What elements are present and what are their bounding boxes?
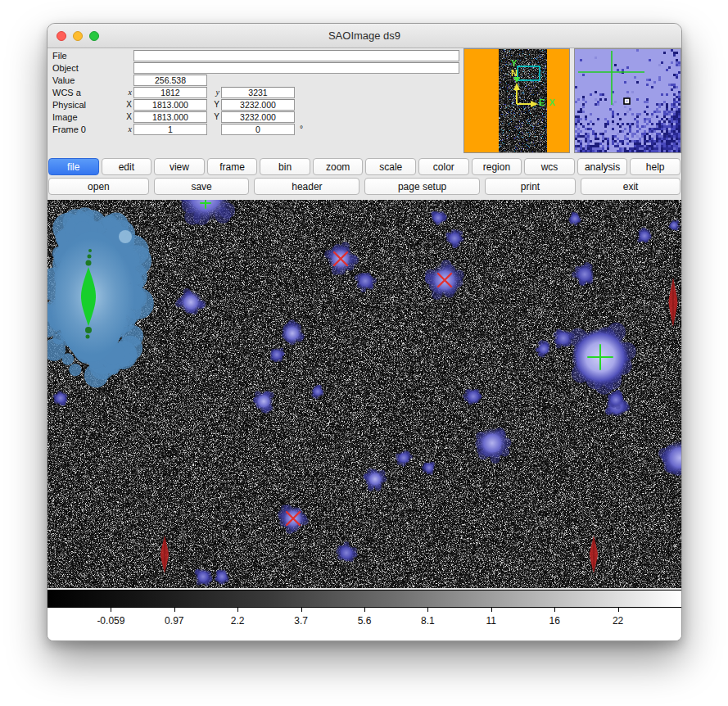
magnifier-canvas[interactable] — [575, 49, 681, 152]
colorbar-tick — [554, 608, 555, 612]
print-button[interactable]: print — [485, 178, 576, 195]
colorbar-tick-label: 2.2 — [231, 615, 245, 627]
info-label-value: Value — [52, 75, 121, 85]
info-label-file: File — [52, 51, 121, 61]
physical-y-label: Y — [207, 100, 219, 109]
value-row: Value — [47, 74, 461, 86]
info-label-object: Object — [52, 63, 121, 73]
colorbar-tick — [364, 608, 365, 612]
colorbar-tick — [111, 608, 111, 612]
menu-help[interactable]: help — [630, 158, 681, 175]
file-field[interactable] — [133, 50, 459, 61]
image-x-field[interactable] — [133, 111, 207, 123]
colorbar-tick — [174, 608, 175, 612]
compass-e-label: E — [539, 98, 545, 106]
degree-symbol: ° — [300, 124, 303, 134]
colorbar-tick-label: 11 — [486, 615, 496, 627]
titlebar[interactable]: SAOImage ds9 — [47, 24, 681, 48]
colorbar-tick — [491, 608, 492, 612]
colorbar-tick-label: -0.059 — [97, 615, 124, 627]
window-title: SAOImage ds9 — [47, 29, 681, 42]
magnifier-panel[interactable] — [574, 48, 681, 153]
header-button[interactable]: header — [254, 178, 359, 195]
menu-wcs[interactable]: wcs — [524, 158, 575, 175]
exit-button[interactable]: exit — [581, 178, 681, 195]
file-row: File — [47, 49, 461, 61]
colorbar[interactable] — [47, 590, 681, 608]
colorbar-tick — [237, 608, 238, 612]
sky-image-canvas[interactable] — [47, 200, 682, 588]
colorbar-tick — [427, 608, 428, 612]
object-field[interactable] — [133, 62, 459, 74]
menu-edit[interactable]: edit — [102, 158, 152, 175]
wcs-y-field[interactable] — [221, 87, 295, 98]
menu-bar: file edit view frame bin zoom scale colo… — [47, 158, 681, 175]
physical-row: Physical X Y — [47, 98, 461, 111]
colorbar-tick — [618, 608, 619, 612]
menu-color[interactable]: color — [418, 158, 469, 175]
image-x-label: X — [121, 112, 132, 121]
open-button[interactable]: open — [48, 178, 149, 195]
compass-x-label: X — [549, 98, 555, 106]
menu-analysis[interactable]: analysis — [577, 158, 628, 175]
value-field[interactable] — [133, 75, 207, 86]
info-label-wcs: WCS a — [52, 88, 121, 97]
colorbar-tick-label: 0.97 — [165, 615, 183, 627]
image-y-field[interactable] — [221, 111, 295, 123]
compass-y-label: Y — [511, 59, 517, 67]
info-label-physical: Physical — [52, 100, 121, 110]
physical-x-field[interactable] — [133, 99, 207, 111]
close-button[interactable] — [57, 31, 66, 41]
wcs-row: WCS a x y — [47, 86, 461, 98]
save-button[interactable]: save — [154, 178, 250, 195]
minimize-button[interactable] — [73, 31, 83, 41]
ds9-window: SAOImage ds9 File Object Value — [47, 23, 682, 641]
maximize-button[interactable] — [89, 31, 99, 41]
file-submenu-bar: open save header page setup print exit — [47, 178, 681, 195]
object-row: Object — [47, 61, 461, 74]
menu-frame[interactable]: frame — [207, 158, 258, 175]
menu-scale[interactable]: scale — [365, 158, 416, 175]
frame-x-label: x — [121, 124, 132, 134]
wcs-x-label: x — [121, 88, 132, 97]
info-panel: File Object Value WCS a x — [47, 48, 681, 158]
colorbar-scale: -0.059 0.97 2.2 3.7 5.6 8.1 11 16 22 — [47, 608, 681, 641]
image-display-area — [47, 200, 681, 588]
info-label-image: Image — [52, 112, 121, 122]
traffic-lights — [57, 24, 99, 48]
desktop: SAOImage ds9 File Object Value — [0, 0, 728, 706]
colorbar-tick-label: 16 — [549, 615, 560, 627]
physical-x-label: X — [121, 100, 132, 109]
wcs-y-label: y — [207, 88, 219, 97]
menu-bin[interactable]: bin — [260, 158, 310, 175]
info-label-frame: Frame 0 — [52, 124, 121, 134]
menu-zoom[interactable]: zoom — [313, 158, 364, 175]
frame-zoom-field[interactable] — [133, 124, 207, 135]
colorbar-tick-label: 22 — [613, 615, 623, 627]
image-y-label: Y — [207, 112, 219, 121]
page-setup-button[interactable]: page setup — [364, 178, 479, 195]
frame-row: Frame 0 x ° — [47, 123, 461, 135]
menu-region[interactable]: region — [472, 158, 522, 175]
frame-rotation-field[interactable] — [221, 124, 295, 135]
colorbar-tick-label: 3.7 — [294, 615, 308, 627]
menu-view[interactable]: view — [154, 158, 205, 175]
coordinate-fields: File Object Value WCS a x — [47, 49, 461, 135]
menu-file[interactable]: file — [48, 158, 99, 175]
physical-y-field[interactable] — [221, 99, 295, 111]
colorbar-tick-label: 8.1 — [421, 615, 435, 627]
colorbar-tick — [301, 608, 302, 612]
colorbar-tick-label: 5.6 — [358, 615, 372, 627]
compass-n-label: N — [511, 69, 518, 77]
image-row: Image X Y — [47, 111, 461, 123]
panner-panel[interactable]: Y N E X — [463, 48, 570, 153]
wcs-x-field[interactable] — [133, 87, 207, 98]
